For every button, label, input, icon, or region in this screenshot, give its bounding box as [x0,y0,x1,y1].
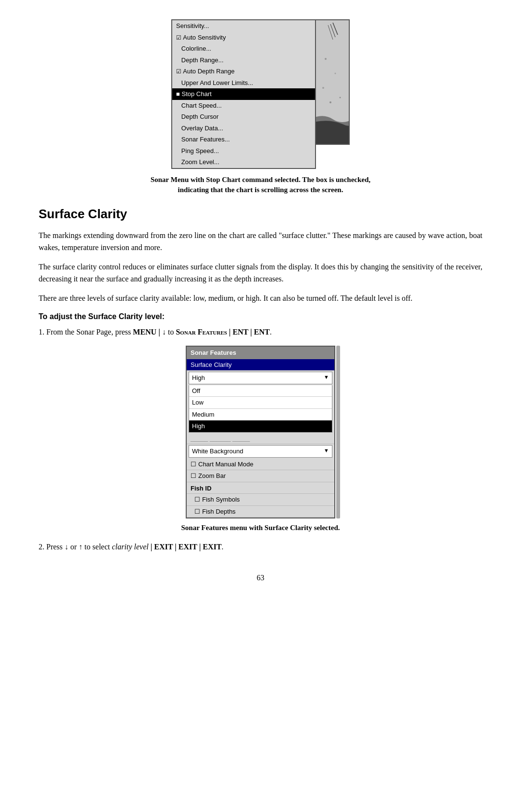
bottom-caption: Sonar Features menu with Surface Clarity… [181,522,340,533]
white-bg-arrow: ▼ [324,447,329,456]
svg-point-5 [335,73,336,74]
top-image-section: Sensitivity... Auto Sensitivity Colorlin… [39,19,482,195]
sonar-echo-svg [316,20,350,145]
sf-fish-depths[interactable]: ☐ Fish Depths [187,506,334,518]
menu-key: MENU [133,328,157,336]
step2-exit1: EXIT [154,543,173,551]
sf-chart-manual-mode[interactable]: ☐ Chart Manual Mode [187,459,334,471]
svg-point-6 [322,87,324,89]
top-caption: Sonar Menu with Stop Chart command selec… [151,175,370,195]
step2-exit2: EXIT [178,543,197,551]
sonar-features-key: Sonar Features [176,328,227,336]
sonar-menu-box: Sensitivity... Auto Sensitivity Colorlin… [171,19,316,169]
menu-item-zoom-level: Zoom Level... [172,156,315,168]
section-heading: Surface Clarity [39,205,482,224]
sf-fish-symbols[interactable]: ☐ Fish Symbols [187,494,334,506]
step2-pipe1: | [149,543,154,551]
sf-high-dropdown[interactable]: High ▼ [189,372,332,384]
step2-down-arrow: ↓ [65,543,69,551]
sf-option-low[interactable]: Low [189,397,332,409]
sf-surface-clarity: Surface Clarity [187,359,334,371]
zoom-bar-checkbox: ☐ [191,471,196,481]
step2-pipe2: | [173,543,178,551]
sf-zoom-bar[interactable]: ☐ Zoom Bar [187,470,334,482]
pipe-ent1: | ENT | ENT [227,328,270,336]
sf-option-high-selected[interactable]: High [189,420,332,432]
paragraph-1: The markings extending downward from the… [39,229,482,254]
depth-chart: 0 10 20 30 40 50 60 [316,19,350,145]
svg-point-8 [329,101,331,103]
dropdown-arrow: ▼ [324,373,329,383]
menu-item-sonar-features: Sonar Features... [172,134,315,145]
sf-option-off[interactable]: Off [189,385,332,397]
svg-point-4 [325,58,327,60]
step2-up-arrow: ↑ [79,543,82,551]
svg-point-7 [340,97,341,98]
menu-item-auto-depth-range: Auto Depth Range [172,66,315,77]
step2-clarity-level: clarity level [112,543,149,551]
page-number: 63 [39,572,482,584]
sf-title-bar: Sonar Features [187,347,334,359]
menu-item-auto-sensitivity: Auto Sensitivity [172,32,315,43]
sf-wrapper: Sonar Features Surface Clarity High ▼ Of… [186,346,335,518]
step-1-instruction: 1. From the Sonar Page, press MENU | ↓ t… [39,326,482,338]
sonar-features-box: Sonar Features Surface Clarity High ▼ Of… [186,346,335,518]
chart-manual-checkbox: ☐ [191,460,196,469]
fish-depths-checkbox: ☐ [194,507,200,517]
menu-item-stop-chart: ■ Stop Chart [172,88,315,100]
fish-symbols-checkbox: ☐ [194,495,200,504]
sf-hidden-row: _____ ______ _____ [187,433,334,445]
step2-pipe3: | [197,543,203,551]
sonar-menu-image: Sensitivity... Auto Sensitivity Colorlin… [171,19,350,169]
menu-item-colorline: Colorline... [172,43,315,55]
paragraph-3: There are three levels of surface clarit… [39,292,482,305]
menu-item-depth-range: Depth Range... [172,55,315,66]
step-2-instruction: 2. Press ↓ or ↑ to select clarity level … [39,541,482,553]
menu-item-overlay-data: Overlay Data... [172,123,315,134]
sf-white-background[interactable]: White Background ▼ [189,445,332,458]
step2-exit3: EXIT [203,543,221,551]
paragraph-2: The surface clarity control reduces or e… [39,261,482,285]
sf-dropdown-options: Off Low Medium High [189,385,332,433]
menu-item-upper-lower: Upper And Lower Limits... [172,77,315,89]
menu-item-depth-cursor: Depth Cursor [172,111,315,123]
menu-item-ping-speed: Ping Speed... [172,145,315,157]
sf-scrollbar [336,346,340,518]
sf-fish-id-group: Fish ID [187,482,334,494]
sonar-features-image-area: Sonar Features Surface Clarity High ▼ Of… [39,346,482,533]
menu-item-sensitivity: Sensitivity... [172,20,315,32]
down-arrow-key: | ↓ [156,328,166,336]
menu-item-chart-speed: Chart Speed... [172,100,315,112]
sub-heading-adjust: To adjust the Surface Clarity level: [39,311,482,322]
sf-option-medium[interactable]: Medium [189,409,332,421]
